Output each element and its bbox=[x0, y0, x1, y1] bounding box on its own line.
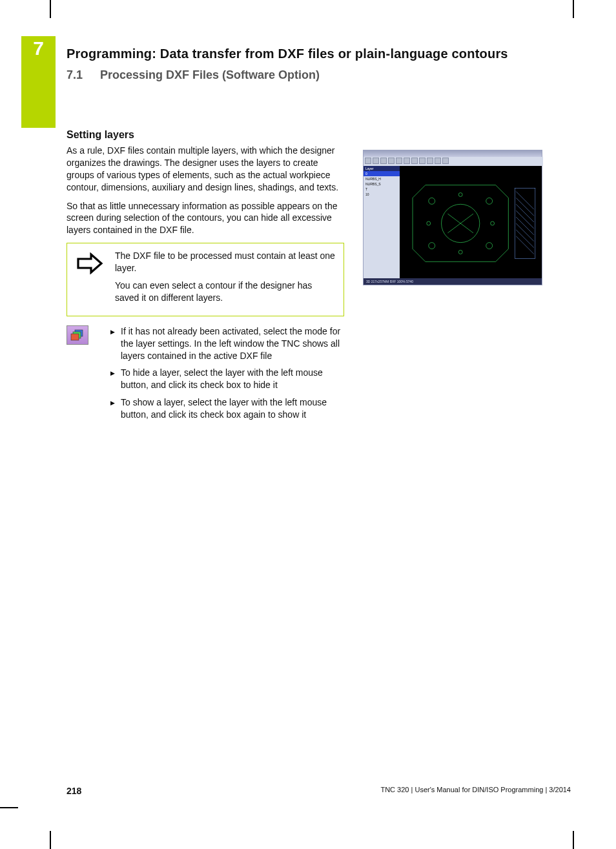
toolbar-icon bbox=[411, 158, 418, 164]
toolbar-icon bbox=[404, 158, 410, 164]
layers-softkey-icon bbox=[67, 325, 99, 426]
toolbar-icon bbox=[419, 158, 426, 164]
toolbar-icon bbox=[373, 158, 379, 164]
crop-mark bbox=[0, 807, 18, 808]
svg-rect-2 bbox=[71, 334, 79, 340]
svg-point-10 bbox=[458, 251, 462, 254]
layer-panel-header: Layer bbox=[364, 166, 400, 171]
crop-mark bbox=[50, 831, 51, 849]
step-item: To hide a layer, select the layer with t… bbox=[110, 367, 344, 391]
svg-point-6 bbox=[486, 198, 493, 204]
chapter-title: Programming: Data transfer from DXF file… bbox=[67, 46, 508, 61]
step-item: To show a layer, select the layer with t… bbox=[110, 396, 344, 421]
status-bar: 3D 217x257MM BXF 100% 5740 bbox=[364, 278, 542, 285]
svg-point-7 bbox=[429, 243, 435, 249]
paragraph: As a rule, DXF files contain multiple la… bbox=[67, 145, 344, 194]
note-box: The DXF file to be processed must contai… bbox=[67, 243, 344, 316]
crop-mark bbox=[50, 0, 51, 18]
svg-point-11 bbox=[427, 221, 431, 225]
heading-setting-layers: Setting layers bbox=[67, 129, 344, 141]
window-titlebar bbox=[364, 150, 542, 157]
layer-item: NURBS_H bbox=[364, 176, 400, 181]
toolbar-icon bbox=[396, 158, 402, 164]
footer: 218 TNC 320 | User's Manual for DIN/ISO … bbox=[67, 786, 571, 796]
layer-item: NURBS_S bbox=[364, 181, 400, 187]
step-list: If it has not already been activated, se… bbox=[110, 325, 344, 426]
chapter-number: 7 bbox=[21, 37, 56, 59]
layer-panel: Layer 0 NURBS_H NURBS_S T 10 bbox=[364, 166, 400, 278]
note-line: You can even select a contour if the des… bbox=[115, 280, 337, 304]
crop-mark bbox=[573, 831, 574, 849]
dxf-screenshot: Layer 0 NURBS_H NURBS_S T 10 bbox=[363, 150, 542, 285]
section-number: 7.1 bbox=[67, 68, 100, 82]
page-number: 218 bbox=[67, 786, 81, 796]
left-column: Setting layers As a rule, DXF files cont… bbox=[67, 129, 344, 426]
svg-point-9 bbox=[458, 193, 462, 197]
document-info: TNC 320 | User's Manual for DIN/ISO Prog… bbox=[380, 786, 571, 796]
svg-rect-15 bbox=[515, 189, 535, 259]
toolbar-icon bbox=[435, 158, 441, 164]
toolbar-icon bbox=[427, 158, 433, 164]
note-body: The DXF file to be processed must contai… bbox=[115, 250, 337, 309]
toolbar-icon bbox=[365, 158, 371, 164]
dxf-viewport bbox=[400, 166, 542, 278]
section-title-text: Processing DXF Files (Software Option) bbox=[100, 68, 320, 81]
step-item: If it has not already been activated, se… bbox=[110, 325, 344, 362]
toolbar-icon bbox=[380, 158, 387, 164]
svg-point-12 bbox=[491, 221, 495, 225]
svg-point-8 bbox=[486, 243, 493, 249]
layer-item: 10 bbox=[364, 192, 400, 197]
page: 7 Programming: Data transfer from DXF fi… bbox=[0, 0, 616, 849]
layer-item: T bbox=[364, 187, 400, 192]
toolbar-icon bbox=[388, 158, 395, 164]
arrow-right-icon bbox=[74, 250, 106, 309]
section-title: 7.1Processing DXF Files (Software Option… bbox=[67, 68, 320, 82]
toolbar bbox=[364, 157, 543, 166]
paragraph: So that as little unnecessary informatio… bbox=[67, 200, 344, 237]
svg-point-5 bbox=[429, 198, 435, 204]
crop-mark bbox=[573, 0, 574, 18]
note-line: The DXF file to be processed must contai… bbox=[115, 250, 337, 274]
toolbar-icon bbox=[442, 158, 449, 164]
layer-item-selected: 0 bbox=[364, 171, 400, 176]
steps: If it has not already been activated, se… bbox=[67, 325, 344, 426]
